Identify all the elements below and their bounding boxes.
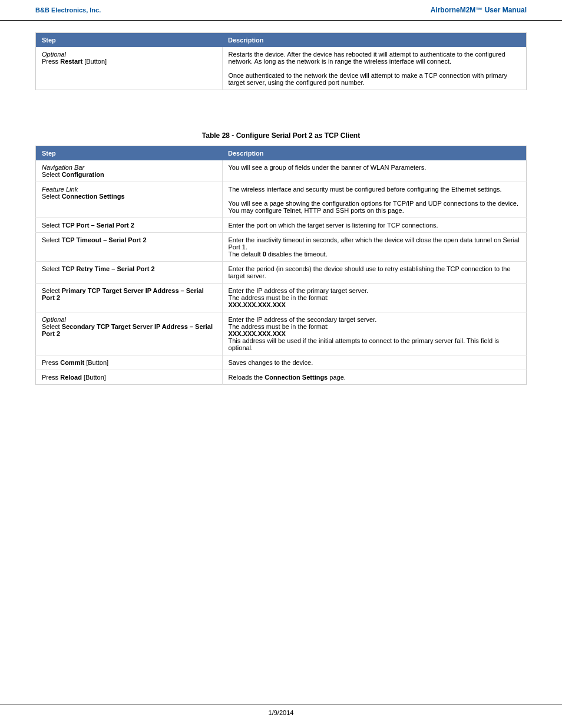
nav-bar-desc: You will see a group of fields under the… xyxy=(222,160,526,182)
table-row: Feature Link Select Connection Settings … xyxy=(36,182,527,218)
table28-desc-header: Description xyxy=(222,146,526,161)
table28-title: Table 28 - Configure Serial Port 2 as TC… xyxy=(35,131,527,140)
primary-tcp-step: Select Primary TCP Target Server IP Addr… xyxy=(36,284,223,312)
feature-link-desc: The wireless interface and security must… xyxy=(222,182,526,218)
secondary-ip-format-bold: XXX.XXX.XXX.XXX xyxy=(229,330,286,337)
feature-link-step: Feature Link Select Connection Settings xyxy=(36,182,223,218)
nav-bar-italic: Navigation Bar xyxy=(42,164,84,171)
manual-title: AirborneM2M™ User Manual xyxy=(431,6,527,14)
table-row: Optional Select Secondary TCP Target Ser… xyxy=(36,312,527,355)
company-name: B&B Electronics, Inc. xyxy=(35,6,101,14)
tcp-retry-bold: TCP Retry Time – Serial Port 2 xyxy=(62,265,155,272)
secondary-tcp-bold: Secondary TCP Target Server IP Address –… xyxy=(42,323,213,337)
table-row: Select TCP Retry Time – Serial Port 2 En… xyxy=(36,262,527,284)
tcp-retry-desc: Enter the period (in seconds) the device… xyxy=(222,262,526,284)
secondary-tcp-desc: Enter the IP address of the secondary ta… xyxy=(222,312,526,355)
table-row: Select TCP Timeout – Serial Port 2 Enter… xyxy=(36,233,527,262)
optional-secondary-label: Optional xyxy=(42,316,66,323)
page-content: Step Description Optional Press Restart … xyxy=(0,21,562,414)
commit-step: Press Commit [Button] xyxy=(36,355,223,370)
restart-bold: Restart xyxy=(60,58,82,65)
table28-step-header: Step xyxy=(36,146,223,161)
table-row: Select Primary TCP Target Server IP Addr… xyxy=(36,284,527,312)
table-row: Press Commit [Button] Saves changes to t… xyxy=(36,355,527,370)
tcp-timeout-bold: TCP Timeout – Serial Port 2 xyxy=(62,236,147,243)
feature-link-italic: Feature Link xyxy=(42,186,78,193)
secondary-tcp-step: Optional Select Secondary TCP Target Ser… xyxy=(36,312,223,355)
top-row-step: Optional Press Restart [Button] xyxy=(36,47,223,90)
table28-container: Table 28 - Configure Serial Port 2 as TC… xyxy=(35,131,527,385)
connection-settings-reload-bold: Connection Settings xyxy=(265,374,328,381)
configuration-bold: Configuration xyxy=(62,171,104,178)
top-row-desc: Restarts the device. After the device ha… xyxy=(222,47,526,90)
tcp-port-bold: TCP Port – Serial Port 2 xyxy=(62,222,134,229)
primary-tcp-bold: Primary TCP Target Server IP Address – S… xyxy=(42,287,204,301)
primary-ip-format-bold: XXX.XXX.XXX.XXX xyxy=(229,301,286,308)
table-row: Press Reload [Button] Reloads the Connec… xyxy=(36,370,527,385)
reload-desc: Reloads the Connection Settings page. xyxy=(222,370,526,385)
spacer xyxy=(35,108,527,131)
table-row: Navigation Bar Select Configuration You … xyxy=(36,160,527,182)
reload-bold: Reload xyxy=(60,374,82,381)
commit-bold: Commit xyxy=(60,359,84,366)
table28: Step Description Navigation Bar Select C… xyxy=(35,146,527,385)
tcp-timeout-desc: Enter the inactivity timeout in seconds,… xyxy=(222,233,526,262)
tcp-timeout-step: Select TCP Timeout – Serial Port 2 xyxy=(36,233,223,262)
page-header: B&B Electronics, Inc. AirborneM2M™ User … xyxy=(0,0,562,21)
primary-tcp-desc: Enter the IP address of the primary targ… xyxy=(222,284,526,312)
page-footer: 1/9/2014 xyxy=(0,704,562,716)
connection-settings-bold: Connection Settings xyxy=(62,193,125,200)
top-table-step-header: Step xyxy=(36,33,223,48)
zero-bold: 0 xyxy=(263,251,266,258)
footer-date: 1/9/2014 xyxy=(269,709,294,716)
table-row: Select TCP Port – Serial Port 2 Enter th… xyxy=(36,218,527,233)
tcp-retry-step: Select TCP Retry Time – Serial Port 2 xyxy=(36,262,223,284)
optional-label: Optional xyxy=(42,51,66,58)
table-row: Optional Press Restart [Button] Restarts… xyxy=(36,47,527,90)
tcp-port-desc: Enter the port on which the target serve… xyxy=(222,218,526,233)
nav-bar-step: Navigation Bar Select Configuration xyxy=(36,160,223,182)
top-table-container: Step Description Optional Press Restart … xyxy=(35,32,527,90)
tcp-port-step: Select TCP Port – Serial Port 2 xyxy=(36,218,223,233)
top-table-desc-header: Description xyxy=(222,33,526,48)
reload-step: Press Reload [Button] xyxy=(36,370,223,385)
top-table: Step Description Optional Press Restart … xyxy=(35,32,527,90)
commit-desc: Saves changes to the device. xyxy=(222,355,526,370)
